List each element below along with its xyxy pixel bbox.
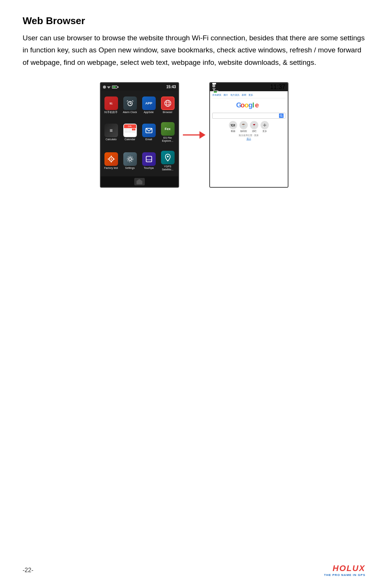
app-grid: 91 91手机助手 Alarm Clock APP AppSele <box>101 91 178 176</box>
browser-nav: 所有網頁 圖片 地方資訊 新聞 更多· <box>212 93 285 98</box>
svg-rect-18 <box>146 156 152 162</box>
arrow-line <box>183 134 200 135</box>
bottom-bar-left <box>101 176 178 187</box>
cat-icon-img-more <box>261 121 269 129</box>
svg-point-27 <box>280 115 282 116</box>
app-es[interactable]: Fex ES File Explore... <box>159 118 177 146</box>
svg-point-5 <box>164 100 171 107</box>
search-button[interactable] <box>279 113 284 118</box>
screenshots-container: 15:43 91 91手机助手 Alarm Clock APP AppSel <box>23 82 365 188</box>
app-label-settings: Settings <box>125 167 135 170</box>
app-icon-factory <box>104 152 118 166</box>
page-number: -22- <box>23 567 33 574</box>
app-label-es: ES File Explore... <box>159 136 176 142</box>
svg-text:l: l <box>252 101 254 109</box>
svg-text:e: e <box>255 101 259 109</box>
app-icon-es: Fex <box>161 122 175 136</box>
battery-icon <box>112 86 117 89</box>
nav-images[interactable]: 圖片 <box>224 93 228 97</box>
app-calculator[interactable]: ≡ Calculato <box>102 118 120 146</box>
svg-point-20 <box>167 156 169 158</box>
svg-line-3 <box>127 101 128 102</box>
app-ygps[interactable]: YGPS Satellite... <box>159 147 177 175</box>
cat-icon-img-restaurant: 🍽 <box>229 121 237 129</box>
app-calendar[interactable]: CAL 1 2 3 4 5 6 Calendar <box>121 118 139 146</box>
status-icons-left <box>103 86 117 89</box>
status-time-left: 15:43 <box>166 85 176 89</box>
cat-icon-img-cafe: ☕ <box>239 121 248 129</box>
nav-all[interactable]: 所有網頁 <box>212 93 221 97</box>
signal-icon <box>103 86 106 89</box>
app-label-factory: Factory test <box>104 167 118 170</box>
battery-icon-right <box>213 90 218 93</box>
holux-logo: HOLUX THE PRO NAME IN GPS <box>324 564 365 577</box>
page-title: Web Browser <box>23 15 365 27</box>
cat-label-more: 更多 <box>262 130 267 133</box>
app-icon-ygps <box>161 151 175 164</box>
svg-point-16 <box>129 158 131 160</box>
page-footer: -22- HOLUX THE PRO NAME IN GPS <box>0 564 388 577</box>
app-label-alarm: Alarm Clock <box>123 111 137 114</box>
location-text[interactable]: 無法使用位置 - 更新 <box>212 134 285 137</box>
app-label-calendar: Calendar <box>124 138 135 141</box>
search-bar[interactable] <box>212 113 285 119</box>
app-label-touchpad: Touchpa <box>144 167 153 170</box>
signal-icon-right <box>212 84 215 87</box>
svg-text:o: o <box>240 101 244 109</box>
app-icon-91: 91 <box>104 96 118 110</box>
app-appselect[interactable]: APP AppSele <box>140 93 158 118</box>
cat-icon-img-bar: 🍷 <box>250 121 258 129</box>
app-91[interactable]: 91 91手机助手 <box>102 93 120 118</box>
app-touchpad[interactable]: Touchpa <box>140 147 158 175</box>
google-logo: G o o g l e <box>212 101 285 111</box>
home-button-icon <box>136 179 143 184</box>
app-label-91: 91手机助手 <box>104 111 118 114</box>
app-email[interactable]: Email <box>140 118 158 146</box>
app-icon-touchpad <box>142 152 156 166</box>
cat-bar[interactable]: 🍷 酒吧 <box>250 121 258 133</box>
svg-point-6 <box>166 100 169 107</box>
search-input[interactable] <box>214 114 279 117</box>
status-bar-right: 11:37 <box>210 83 288 91</box>
app-label-calculator: Calculato <box>106 138 117 141</box>
svg-text:o: o <box>244 101 248 109</box>
cat-cafe[interactable]: ☕ 咖啡館 <box>239 121 248 133</box>
app-icon-appselect: APP <box>142 96 156 110</box>
app-label-email: Email <box>146 138 152 141</box>
app-browser[interactable]: Browser <box>159 93 177 118</box>
app-label-browser: Browser <box>163 111 173 114</box>
category-icons: 🍽 餐廳 ☕ 咖啡館 🍷 酒吧 更多 <box>212 121 285 133</box>
status-time-right: 11:37 <box>270 84 285 90</box>
app-alarm[interactable]: Alarm Clock <box>121 93 139 118</box>
holux-tagline: THE PRO NAME IN GPS <box>324 573 365 577</box>
svg-point-17 <box>127 156 133 162</box>
app-label-appselect: AppSele <box>144 111 153 114</box>
app-icon-alarm <box>123 96 137 110</box>
cat-restaurant[interactable]: 🍽 餐廳 <box>229 121 237 133</box>
app-settings[interactable]: Settings <box>121 147 139 175</box>
app-factory[interactable]: Factory test <box>102 147 120 175</box>
login-text[interactable]: 登入 <box>212 138 285 140</box>
svg-line-4 <box>132 101 133 102</box>
arrow-container <box>179 82 209 188</box>
arrow-head <box>199 131 206 139</box>
navigation-arrow <box>183 131 206 139</box>
left-phone-screen: 15:43 91 91手机助手 Alarm Clock APP AppSel <box>100 82 179 188</box>
cat-label-cafe: 咖啡館 <box>240 130 247 133</box>
svg-point-11 <box>110 158 112 160</box>
nav-more[interactable]: 更多· <box>248 93 254 97</box>
cat-more[interactable]: 更多 <box>261 121 269 133</box>
browser-content: 所有網頁 圖片 地方資訊 新聞 更多· G o o g l e <box>210 91 288 187</box>
app-icon-browser <box>161 96 175 110</box>
nav-news[interactable]: 新聞 <box>242 93 246 97</box>
holux-brand-name: HOLUX <box>333 564 365 573</box>
svg-text:g: g <box>248 101 252 109</box>
body-text: User can use browser to browse the websi… <box>23 32 365 69</box>
home-button[interactable] <box>134 178 145 185</box>
app-label-ygps: YGPS Satellite... <box>159 165 176 171</box>
app-icon-calculator: ≡ <box>104 124 118 137</box>
status-bar-left: 15:43 <box>101 83 178 91</box>
nav-local[interactable]: 地方資訊 <box>230 93 239 97</box>
app-icon-calendar: CAL 1 2 3 4 5 6 <box>123 124 137 137</box>
wifi-icon-right <box>212 87 216 90</box>
